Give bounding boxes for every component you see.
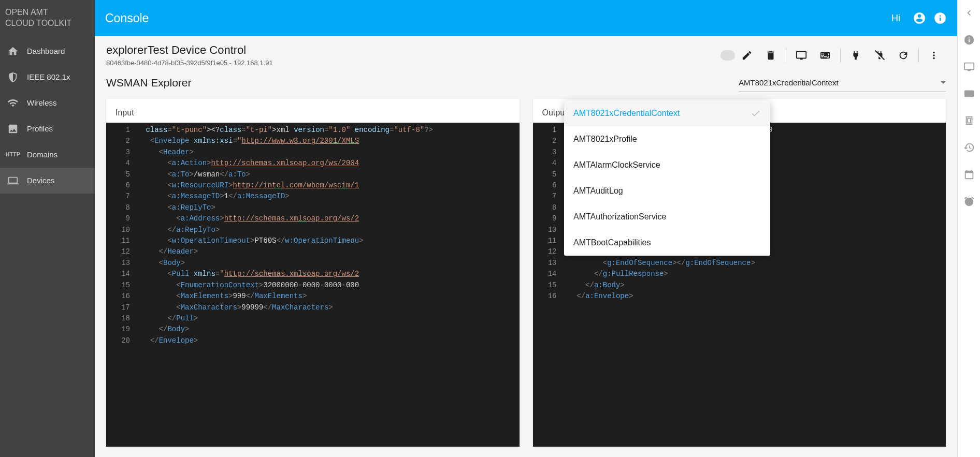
device-subtitle: 80463fbe-0480-4d78-bf35-392d5f9f1e05 - 1… xyxy=(106,59,711,67)
device-title: explorerTest Device Control xyxy=(106,43,711,57)
greeting: Hi xyxy=(891,13,900,24)
edit-button[interactable] xyxy=(735,45,759,66)
sidebar-item-wireless[interactable]: Wireless xyxy=(0,90,95,116)
section-heading: WSMAN Explorer xyxy=(106,77,739,89)
check-icon xyxy=(751,108,761,119)
input-panel: Input 1234567891011121314151617181920 cl… xyxy=(106,99,520,447)
dropdown-arrow-icon xyxy=(941,81,946,84)
more-button[interactable] xyxy=(922,45,946,66)
history-icon[interactable] xyxy=(963,142,975,153)
monitor-icon[interactable] xyxy=(963,61,975,72)
sidebar-item-label: Wireless xyxy=(27,98,57,107)
power-plug-button[interactable] xyxy=(844,45,868,66)
account-icon[interactable] xyxy=(913,11,926,25)
panel-title: Input xyxy=(106,99,520,123)
shield-icon xyxy=(7,71,19,83)
sidebar-item-label: IEEE 802.1x xyxy=(27,72,70,81)
sidebar-item-dashboard[interactable]: Dashboard xyxy=(0,38,95,64)
sidebar-item-devices[interactable]: Devices xyxy=(0,168,95,194)
sidebar-item-domains[interactable]: HTTP Domains xyxy=(0,142,95,168)
http-icon: HTTP xyxy=(7,149,19,160)
brand-line2: CLOUD TOOLKIT xyxy=(5,18,90,29)
chip-icon[interactable] xyxy=(963,115,975,126)
chevron-left-icon[interactable] xyxy=(963,7,975,19)
right-rail xyxy=(957,0,980,457)
sidebar-item-label: Profiles xyxy=(27,124,53,133)
sidebar-item-ieee8021x[interactable]: IEEE 802.1x xyxy=(0,64,95,90)
dropdown-option[interactable]: AMTAlarmClockService xyxy=(564,152,770,178)
dropdown-option[interactable]: AMTBootCapabilities xyxy=(564,230,770,256)
sidebar-item-profiles[interactable]: Profiles xyxy=(0,116,95,142)
dropdown-option[interactable]: AMT8021xCredentialContext xyxy=(564,100,770,126)
monitor-button[interactable] xyxy=(789,45,813,66)
sidebar-item-label: Devices xyxy=(27,176,54,185)
keyboard-icon[interactable] xyxy=(963,88,975,99)
topbar: Console Hi xyxy=(95,0,957,36)
sidebar-item-label: Dashboard xyxy=(27,47,65,55)
home-icon xyxy=(7,46,19,57)
delete-button[interactable] xyxy=(759,45,783,66)
brand: OPEN AMT CLOUD TOOLKIT xyxy=(0,0,95,38)
sidebar: OPEN AMT CLOUD TOOLKIT Dashboard IEEE 80… xyxy=(0,0,95,457)
wifi-icon xyxy=(7,97,19,109)
calendar-icon[interactable] xyxy=(963,169,975,180)
laptop-icon xyxy=(7,175,19,186)
alarm-icon[interactable] xyxy=(963,196,975,207)
device-header: explorerTest Device Control 80463fbe-048… xyxy=(95,36,957,70)
selected-value: AMT8021xCredentialContext xyxy=(739,78,839,87)
power-off-button[interactable] xyxy=(868,45,891,66)
keyboard-button[interactable] xyxy=(813,45,837,66)
input-code[interactable]: 1234567891011121314151617181920 class="t… xyxy=(106,123,520,447)
image-icon xyxy=(7,123,19,135)
reset-button[interactable] xyxy=(891,45,915,66)
dropdown-option[interactable]: AMTAuditLog xyxy=(564,178,770,204)
class-selector[interactable]: AMT8021xCredentialContext xyxy=(739,74,946,92)
sidebar-item-label: Domains xyxy=(27,150,57,159)
brand-line1: OPEN AMT xyxy=(5,7,90,18)
dropdown-option[interactable]: AMT8021xProfile xyxy=(564,126,770,152)
status-chip xyxy=(720,50,735,61)
info-outline-icon[interactable] xyxy=(963,34,975,46)
app-title: Console xyxy=(105,11,149,25)
dropdown-option[interactable]: AMTAuthorizationService xyxy=(564,204,770,230)
class-dropdown[interactable]: AMT8021xCredentialContextAMT8021xProfile… xyxy=(564,100,770,256)
info-icon[interactable] xyxy=(933,11,947,25)
